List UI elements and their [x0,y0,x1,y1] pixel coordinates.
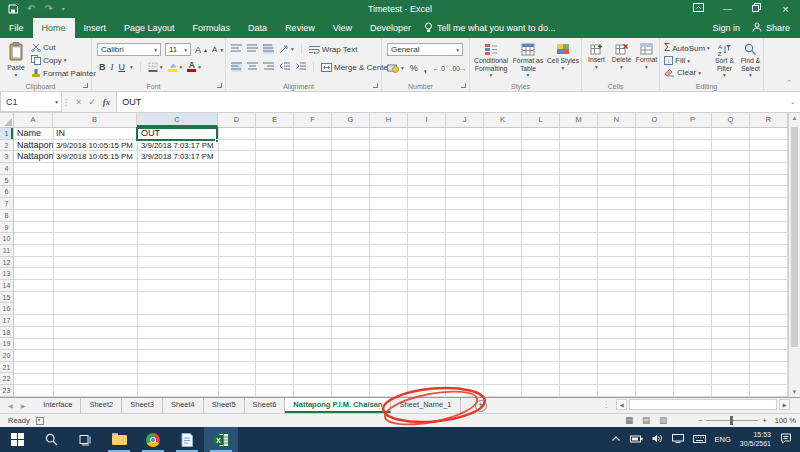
ribbon-tab[interactable]: Data [239,18,276,38]
task-view-button[interactable] [68,427,102,452]
underline-button[interactable]: U [119,62,126,72]
action-center-icon[interactable] [780,433,792,446]
sheet-tab[interactable]: Sheet4 [163,398,204,413]
format-as-table-button[interactable]: Format as Table ▾ [510,43,546,78]
align-top-icon[interactable] [231,44,242,54]
confirm-entry-icon[interactable]: ✓ [88,97,96,107]
cell-B2[interactable]: 3/9/2018 10:05:15 PM [54,140,137,152]
row-header[interactable]: 19 [0,338,13,350]
column-header[interactable]: G [332,113,370,127]
accounting-format-button[interactable]: ▾ [387,63,404,73]
tray-expand-icon[interactable] [611,435,621,445]
close-button[interactable]: × [771,0,800,18]
ribbon-tab[interactable]: Formulas [184,18,240,38]
sort-filter-button[interactable]: AZ Sort & Filter ▾ [712,43,737,78]
align-bottom-icon[interactable] [263,44,274,54]
underline-dropdown[interactable]: ▾ [130,64,133,70]
align-center-icon[interactable] [247,62,258,72]
file-explorer-button[interactable] [102,427,136,452]
scroll-up-icon[interactable]: ▲ [789,115,800,121]
row-header[interactable]: 6 [0,186,13,198]
increase-decimal-button[interactable]: ←.0 [433,65,445,72]
column-header[interactable]: H [370,113,408,127]
fill-button[interactable]: ↓ Fill▾ [664,56,710,65]
cell-C2[interactable]: 3/9/2018 7:03:17 PM [139,140,218,152]
wrap-text-button[interactable]: Wrap Text [309,45,358,54]
fill-handle[interactable] [215,139,219,143]
ribbon-tab[interactable]: Insert [75,18,116,38]
borders-button[interactable]: ▾ [148,62,163,72]
touch-keyboard-icon[interactable] [693,435,706,445]
sheet-tab[interactable]: Sheet6 [245,398,286,413]
column-header[interactable]: J [446,113,484,127]
paste-button[interactable]: Paste ▾ [3,42,29,78]
page-layout-view-icon[interactable]: ▤ [642,414,650,427]
cell-A1[interactable]: Name [15,128,53,140]
find-select-button[interactable]: Find & Select ▾ [738,43,763,78]
new-sheet-button[interactable]: + [475,400,487,412]
percent-style-button[interactable]: % [410,63,418,73]
clear-button[interactable]: Clear▾ [664,68,710,77]
row-header[interactable]: 20 [0,350,13,362]
worksheet-grid[interactable] [14,128,788,397]
zoom-slider-thumb[interactable] [730,416,733,425]
font-dialog-launcher[interactable] [217,83,222,88]
grow-font-button[interactable]: A▲ [195,45,208,55]
sheet-nav-left-icon[interactable]: ◀ [8,402,13,409]
column-header[interactable]: A [14,113,53,127]
select-all-button[interactable] [0,113,14,127]
cancel-entry-icon[interactable]: × [76,97,81,107]
sheet-nav-right-icon[interactable]: ▶ [21,402,26,409]
ribbon-tab[interactable]: Page Layout [115,18,184,38]
ribbon-tab[interactable]: File [0,18,33,38]
sheet-tab[interactable]: Sheet3 [122,398,163,413]
expand-formula-bar-icon[interactable]: ⌄ [786,92,800,112]
ribbon-tab[interactable]: Home [33,18,75,38]
ribbon-tab[interactable]: View [324,18,361,38]
cell-A2[interactable]: Nattapong [15,140,53,152]
scroll-left-icon[interactable]: ◀ [616,399,627,410]
tell-me-box[interactable]: Tell me what you want to do... [424,18,556,38]
row-header[interactable]: 9 [0,222,13,234]
normal-view-icon[interactable]: ▦ [625,414,633,427]
row-header[interactable]: 1 [0,128,13,140]
format-cells-button[interactable]: Format ▾ [634,43,659,70]
sheet-tab[interactable]: Sheet_Name_1 [391,398,460,413]
restore-button[interactable] [742,0,771,18]
row-header[interactable]: 17 [0,315,13,327]
excel-taskbar-button[interactable]: X [204,427,238,452]
row-header[interactable]: 13 [0,268,13,280]
insert-function-button[interactable]: fx [103,97,111,107]
network-icon[interactable] [672,434,684,445]
align-middle-icon[interactable] [247,44,258,54]
autosum-button[interactable]: Σ AutoSum▾ [664,43,710,53]
decrease-decimal-button[interactable]: .00→ [451,65,467,72]
ribbon-tab[interactable]: Review [276,18,324,38]
shrink-font-button[interactable]: A▼ [212,45,224,54]
comma-style-button[interactable]: , [424,62,427,74]
font-name-select[interactable]: Calibri▾ [97,43,161,56]
minimize-button[interactable]: — [713,0,742,18]
column-header[interactable]: B [53,113,137,127]
cell-B1[interactable]: IN [54,128,136,140]
cell-styles-button[interactable]: Cell Styles ▾ [546,43,580,71]
horizontal-scrollbar[interactable]: ⋮ ◀ ▶ [602,399,790,410]
splitter-handle[interactable]: ⋮ [602,400,610,409]
fill-color-button[interactable]: ▾ [168,63,183,72]
number-dialog-launcher[interactable] [461,83,466,88]
ribbon-display-options-icon[interactable] [684,0,713,18]
chrome-button[interactable] [136,427,170,452]
notepad-button[interactable] [170,427,204,452]
row-header[interactable]: 4 [0,163,13,175]
share-button[interactable]: Share [752,22,790,34]
zoom-slider[interactable] [706,420,758,421]
column-header[interactable]: C [137,113,218,127]
increase-indent-icon[interactable] [295,62,306,72]
insert-cells-button[interactable]: Insert ▾ [584,43,609,70]
sheet-tab[interactable]: Interface [35,398,81,413]
number-format-select[interactable]: General▾ [387,43,463,56]
row-header[interactable]: 12 [0,257,13,269]
align-right-icon[interactable] [263,62,274,72]
row-header[interactable]: 21 [0,362,13,374]
page-break-view-icon[interactable]: ▥ [659,414,667,427]
